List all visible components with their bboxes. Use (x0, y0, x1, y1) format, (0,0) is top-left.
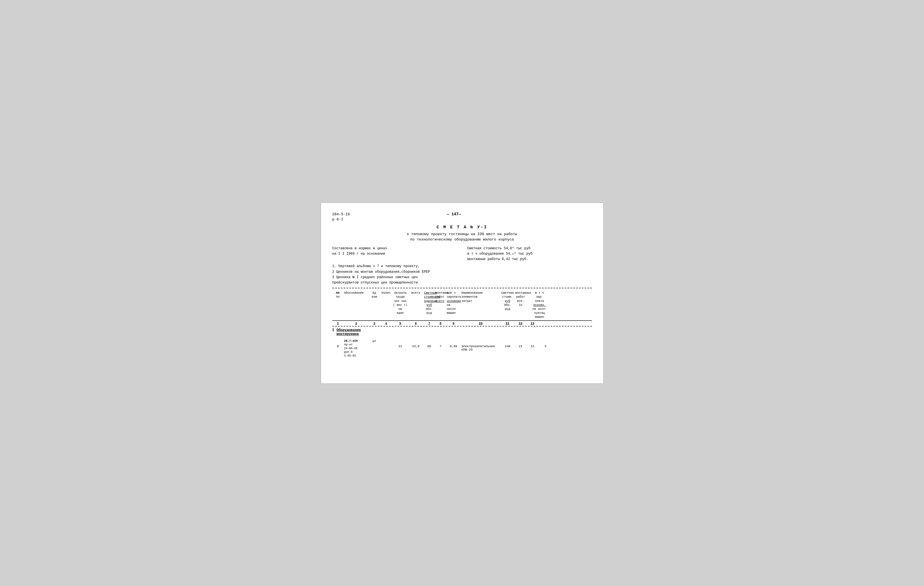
title-block: С М Е Т А № У-I к типовому проекту гости… (332, 225, 592, 242)
col-num-7: 7 (424, 322, 435, 325)
col-num-14 (538, 322, 553, 325)
cell-name: ЭлектрокипятильникКПВ-25 (461, 339, 501, 352)
cell-qty (380, 339, 393, 348)
cell-mount-total: 7 (435, 339, 446, 348)
col-header-8: монтажныхработвсего (435, 291, 446, 303)
col-num-5: 5 (393, 322, 408, 325)
cell-total-wage: I2 (526, 339, 538, 348)
meta-compiled: Составлена в нормах и ценах на I I I969 … (332, 246, 462, 262)
col-num-11: II (501, 322, 515, 325)
col-num-2: 2 (344, 322, 369, 325)
col-header-7: Сметная стоимостьединицы рубобо-руд (424, 291, 435, 315)
col-header-11: Сметная стоим.рубОбо-руд (501, 291, 515, 311)
cell-total-equip: 240 (501, 339, 515, 348)
col-num-3: 3 (369, 322, 380, 325)
document-subtitle: к типовому проекту гостиницы на IO9 мест… (332, 232, 592, 242)
section-number: I (332, 328, 334, 336)
document-title: С М Е Т А № У-I (332, 225, 592, 230)
table-row: I 28-7-4I9 пр-нт 24-06-OI доп 8 п 05-02 … (332, 338, 592, 359)
col-header-12: монтажныхработвce-Io (515, 291, 526, 307)
col-header-13: в т чзар-платаосновн.на эксп-луатацмашин (526, 291, 553, 319)
col-numbers-row: I 2 3 4 5 6 7 8 9 IO II I2 I3 (332, 320, 592, 326)
col-num-12: I2 (515, 322, 526, 325)
document-page: 284-5-I8 р 8-I — 147— С М Е Т А № У-I к … (321, 203, 604, 384)
col-num-1: I (332, 322, 344, 325)
cell-num: I (332, 339, 344, 348)
col-header-3: Едизм (369, 291, 380, 299)
col-header-1: №№пп (332, 291, 344, 299)
page-number: — 147— (350, 212, 558, 217)
col-num-9: 9 (446, 322, 461, 325)
col-header-5: Затраты трудачел чао( вес т)наедин (393, 291, 408, 315)
divider-top (332, 288, 592, 288)
col-header-4: Колич (380, 291, 393, 295)
col-header-9: в т чзарплатаосновнаяна эксплмашин (446, 291, 461, 315)
col-num-13: I3 (526, 322, 538, 325)
col-num-4: 4 (380, 322, 393, 325)
cell-cost-equip: 80 (424, 339, 435, 348)
cell-labor-total: 33,0 (408, 339, 424, 348)
cell-ref: 28-7-4I9 пр-нт 24-06-OI доп 8 п 05-02 (344, 339, 369, 358)
section-label-row: I Оборудованиемонтируемое (332, 326, 592, 337)
meta-section: Составлена в нормах и ценах на I I I969 … (332, 246, 592, 262)
section-title: Оборудованиемонтируемое (337, 328, 361, 336)
meta-cost: Сметная стоимость 54,8⁴ тыс руб в т ч об… (467, 246, 592, 262)
col-header-10: Наименованиеэлементовзатрат (461, 291, 501, 303)
cell-labor-unit: II (393, 339, 408, 348)
cell-mount-wage: 8,98 (446, 339, 461, 348)
col-num-6: 6 (408, 322, 424, 325)
cell-unit: шт (369, 339, 380, 343)
doc-ref: 284-5-I8 р 8-I (332, 212, 350, 222)
table-header: №№пп Обоснование Едизм Колич Затраты тру… (332, 291, 592, 319)
col-num-10: IO (461, 322, 501, 325)
cell-qty-filled: 3 (538, 339, 553, 348)
col-header-2: Обоснование (344, 291, 369, 295)
top-meta: 284-5-I8 р 8-I — 147— (332, 212, 592, 222)
col-num-8: 8 (435, 322, 446, 325)
basis-list: 1. Чертежей альбома ч 7 к типовому проек… (332, 264, 592, 285)
cell-total-mount: 2I (515, 339, 526, 348)
col-header-6: всего (408, 291, 424, 295)
